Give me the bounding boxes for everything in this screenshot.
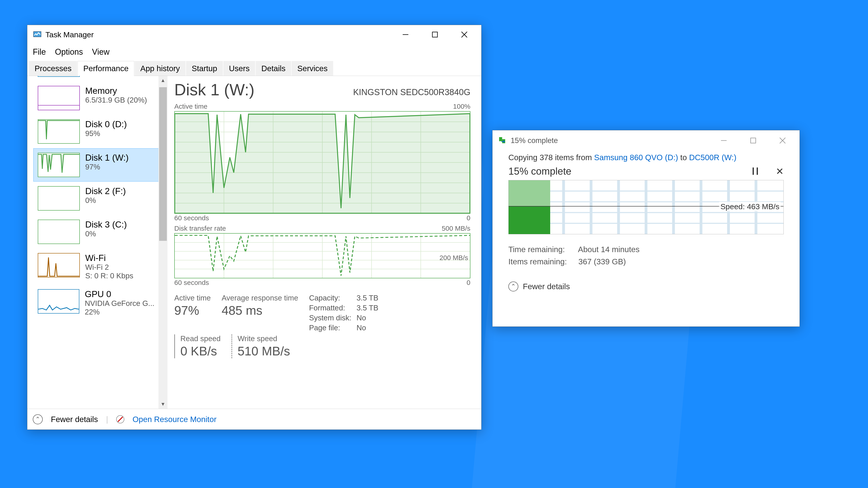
pause-button[interactable]: ⅠⅠ bbox=[752, 166, 760, 177]
open-resource-monitor-link[interactable]: Open Resource Monitor bbox=[132, 415, 217, 424]
copy-speed-label: Speed: 463 MB/s bbox=[719, 202, 781, 212]
window-title: Task Manager bbox=[45, 30, 94, 39]
minimize-button[interactable] bbox=[709, 131, 739, 150]
sidebar-item-disk1[interactable]: Disk 1 (W:)97% bbox=[34, 149, 158, 181]
window-title: 15% complete bbox=[510, 136, 558, 145]
menu-options[interactable]: Options bbox=[55, 47, 83, 57]
active-time-max: 100% bbox=[453, 103, 470, 110]
copy-details: Time remaining: About 14 minutes Items r… bbox=[508, 243, 784, 268]
cpu-thumb bbox=[38, 76, 80, 77]
sidebar-item-disk3[interactable]: Disk 3 (C:)0% bbox=[34, 216, 158, 248]
gpu-thumb bbox=[38, 289, 79, 314]
transfer-rate-label: Disk transfer rate bbox=[174, 225, 226, 232]
minimize-button[interactable] bbox=[391, 25, 420, 44]
tab-app-history[interactable]: App history bbox=[135, 61, 186, 76]
chevron-up-icon[interactable]: ⌃ bbox=[33, 414, 43, 424]
read-speed-value: 0 KB/s bbox=[180, 344, 221, 358]
transfer-rate-max: 500 MB/s bbox=[442, 225, 470, 232]
sidebar-item-gpu[interactable]: GPU 0NVIDIA GeForce G...22% bbox=[34, 285, 158, 320]
sidebar-item-disk0[interactable]: Disk 0 (D:)95% bbox=[34, 115, 158, 148]
transfer-rate-chart: 200 MB/s bbox=[174, 233, 470, 278]
menubar: File Options View bbox=[27, 44, 481, 60]
tab-details[interactable]: Details bbox=[256, 61, 291, 76]
maximize-button[interactable] bbox=[420, 25, 450, 44]
task-manager-window: Task Manager File Options View Processes… bbox=[27, 25, 482, 430]
sidebar-item-cpu[interactable]: CPU15% 4.00 GHz bbox=[34, 76, 158, 81]
tab-services[interactable]: Services bbox=[291, 61, 333, 76]
disk-model: KINGSTON SEDC500R3840G bbox=[353, 88, 470, 99]
task-manager-icon bbox=[33, 30, 42, 39]
maximize-button[interactable] bbox=[739, 131, 768, 150]
memory-thumb bbox=[38, 86, 80, 110]
tab-performance[interactable]: Performance bbox=[78, 61, 134, 76]
fewer-details-button[interactable]: Fewer details bbox=[51, 415, 98, 424]
disk-info: Capacity:3.5 TB Formatted:3.5 TB System … bbox=[309, 294, 383, 332]
resource-monitor-icon bbox=[116, 415, 124, 423]
performance-main-panel: Disk 1 (W:) KINGSTON SEDC500R3840G Activ… bbox=[167, 76, 481, 409]
write-speed-value: 510 MB/s bbox=[238, 344, 290, 358]
disk-thumb bbox=[38, 119, 80, 144]
disk-thumb bbox=[38, 153, 80, 177]
file-copy-dialog: 15% complete Copying 378 items from Sams… bbox=[492, 130, 800, 327]
source-drive-link[interactable]: Samsung 860 QVO (D:) bbox=[594, 153, 678, 162]
tab-processes[interactable]: Processes bbox=[29, 61, 77, 76]
copy-operation-text: Copying 378 items from Samsung 860 QVO (… bbox=[508, 153, 784, 162]
disk-title: Disk 1 (W:) bbox=[174, 80, 254, 99]
close-button[interactable] bbox=[450, 25, 479, 44]
scroll-down-icon[interactable]: ▼ bbox=[158, 400, 167, 409]
copy-speed-chart: Speed: 463 MB/s bbox=[508, 180, 784, 234]
performance-sidebar: CPU15% 4.00 GHz Memory6.5/31.9 GB (20%) … bbox=[27, 76, 167, 409]
svg-rect-28 bbox=[499, 137, 502, 141]
sidebar-item-memory[interactable]: Memory6.5/31.9 GB (20%) bbox=[34, 82, 158, 114]
dest-drive-link[interactable]: DC500R (W:) bbox=[689, 153, 737, 162]
chevron-up-icon[interactable]: ⌃ bbox=[508, 282, 518, 291]
sidebar-item-wifi[interactable]: Wi-FiWi-Fi 2S: 0 R: 0 Kbps bbox=[34, 249, 158, 284]
menu-file[interactable]: File bbox=[33, 47, 46, 57]
disk-thumb bbox=[38, 186, 80, 210]
copy-progress-icon bbox=[498, 136, 507, 145]
cancel-button[interactable]: ✕ bbox=[776, 166, 784, 177]
active-time-label: Active time bbox=[174, 103, 208, 110]
titlebar[interactable]: 15% complete bbox=[493, 130, 800, 151]
wifi-thumb bbox=[38, 253, 80, 278]
avg-response-value: 485 ms bbox=[221, 303, 298, 318]
tab-users[interactable]: Users bbox=[223, 61, 255, 76]
scroll-up-icon[interactable]: ▲ bbox=[158, 76, 167, 85]
svg-rect-2 bbox=[432, 32, 438, 37]
active-time-value: 97% bbox=[174, 303, 211, 318]
scroll-thumb[interactable] bbox=[159, 87, 167, 241]
task-manager-footer: ⌃ Fewer details | Open Resource Monitor bbox=[27, 409, 481, 429]
svg-rect-31 bbox=[751, 138, 756, 143]
menu-view[interactable]: View bbox=[92, 47, 110, 57]
sidebar-item-disk2[interactable]: Disk 2 (F:)0% bbox=[34, 182, 158, 215]
tab-startup[interactable]: Startup bbox=[186, 61, 223, 76]
copy-percent-text: 15% complete bbox=[508, 166, 571, 177]
disk-thumb bbox=[38, 220, 80, 244]
active-time-chart bbox=[174, 111, 470, 214]
sidebar-scrollbar[interactable]: ▲ ▼ bbox=[158, 76, 167, 409]
tabs: Processes Performance App history Startu… bbox=[27, 60, 481, 76]
fewer-details-button[interactable]: Fewer details bbox=[523, 282, 570, 291]
titlebar[interactable]: Task Manager bbox=[27, 25, 481, 44]
close-button[interactable] bbox=[768, 131, 797, 150]
